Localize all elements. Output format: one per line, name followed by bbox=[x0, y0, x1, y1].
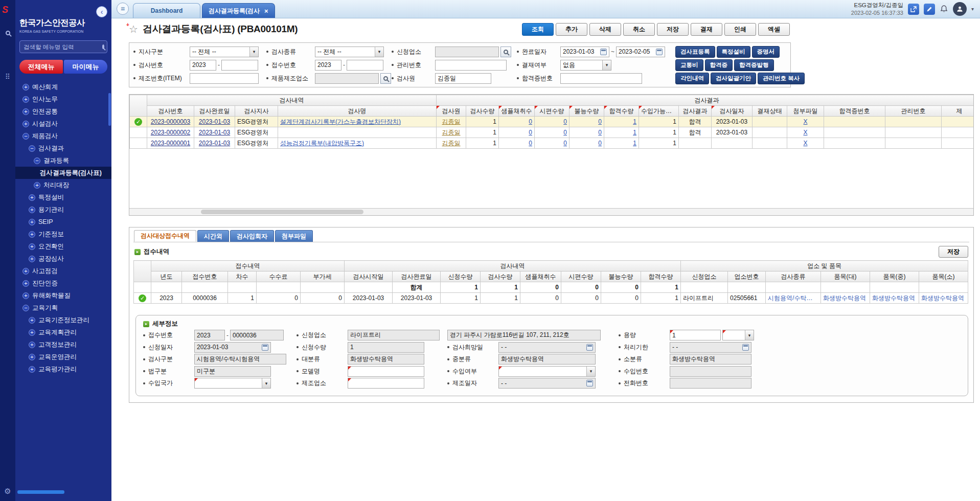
detail-cat-large-input[interactable]: 화생방수탁용역 bbox=[348, 354, 424, 365]
grid-cell[interactable]: 설계단계검사기록부(가스누출경보차단장치) bbox=[278, 117, 437, 127]
detail-insp-class-input[interactable]: 시험용역/수탁시험용역 bbox=[194, 354, 286, 365]
expand-icon[interactable]: + bbox=[29, 366, 35, 373]
sidebar-item-안전공통[interactable]: +안전공통 bbox=[15, 105, 111, 118]
calendar-icon[interactable] bbox=[742, 344, 749, 351]
receipt-no-year-input[interactable]: 2023 bbox=[315, 60, 341, 71]
column-header-검사지사[interactable]: 검사지사 bbox=[235, 106, 278, 117]
inspection-no-year-input[interactable]: 2023 bbox=[190, 60, 216, 71]
inspector-input[interactable]: 김종일 bbox=[435, 73, 491, 84]
action-button-저장[interactable]: 저장 bbox=[657, 23, 689, 36]
detail-receipt-seq-input[interactable]: 0000036 bbox=[230, 330, 284, 340]
sidebar-item-기준정보[interactable]: +기준정보 bbox=[15, 228, 111, 240]
sidebar-item-고객정보관리[interactable]: +고객정보관리 bbox=[15, 338, 111, 351]
expand-icon[interactable]: + bbox=[22, 292, 29, 299]
column-header-제[interactable]: 제 bbox=[942, 106, 974, 117]
action-button-삭제[interactable]: 삭제 bbox=[589, 23, 621, 36]
grid-cell[interactable]: 2023-01-03 bbox=[194, 117, 235, 127]
column-header-검사완료일[interactable]: 검사완료일 bbox=[393, 271, 441, 282]
detail-hope-date-input[interactable]: - - bbox=[498, 342, 596, 353]
grid-cell[interactable]: 김종일 bbox=[437, 138, 466, 149]
table-row[interactable]: ✓202300000361002023-01-032023-01-0311000… bbox=[134, 293, 968, 304]
grid-cell[interactable]: 1 bbox=[604, 127, 639, 138]
grid-cell[interactable]: 성능검정기록부(내압방폭구조) bbox=[278, 138, 437, 149]
sidebar-item-인사노무[interactable]: +인사노무 bbox=[15, 93, 111, 105]
grid-cell[interactable]: 0 bbox=[569, 138, 604, 149]
item-no-input[interactable] bbox=[190, 73, 259, 84]
tab-시간외[interactable]: 시간외 bbox=[197, 230, 229, 242]
detail-make-date-input[interactable]: - - bbox=[498, 378, 596, 389]
collapse-icon[interactable]: − bbox=[22, 305, 29, 311]
column-header-신청업소[interactable]: 신청업소 bbox=[681, 271, 728, 282]
row-checkbox[interactable] bbox=[130, 127, 147, 138]
calendar-icon[interactable] bbox=[262, 344, 268, 351]
collapse-icon[interactable]: − bbox=[22, 133, 29, 140]
grid-cell[interactable]: 김종일 bbox=[437, 127, 466, 138]
column-header-검사결과[interactable]: 검사결과 bbox=[679, 106, 712, 117]
column-header-첨부파일[interactable]: 첨부파일 bbox=[787, 106, 824, 117]
sidebar-item-요건확인[interactable]: +요건확인 bbox=[15, 240, 111, 253]
grid-cell[interactable]: 화생방수탁용역 bbox=[870, 293, 919, 304]
mgmt-no-input[interactable] bbox=[435, 60, 507, 71]
row-checkbox[interactable]: ✓ bbox=[134, 293, 151, 304]
detail-import-country-select[interactable]: ▾ bbox=[194, 378, 271, 389]
grid-cell[interactable]: 0 bbox=[535, 127, 569, 138]
expand-icon[interactable]: + bbox=[29, 194, 35, 201]
detail-phone-input[interactable] bbox=[670, 378, 751, 389]
sidebar-item-사고점검[interactable]: +사고점검 bbox=[15, 265, 111, 277]
sidebar-vscrollbar[interactable] bbox=[108, 93, 111, 126]
filter-button-특정설비[interactable]: 특정설비 bbox=[717, 46, 750, 58]
complete-date-to-input[interactable]: 2023-02-05 bbox=[616, 47, 665, 57]
column-header-검사일자[interactable]: 검사일자 bbox=[712, 106, 753, 117]
sidebar-item-유해화학물질[interactable]: +유해화학물질 bbox=[15, 289, 111, 302]
table-row[interactable]: ✓2023-00000032023-01-03ESG경영처설계단계검사기록부(가… bbox=[130, 117, 974, 127]
sidebar-item-특정설비[interactable]: +특정설비 bbox=[15, 191, 111, 203]
sidebar-item-시설검사[interactable]: +시설검사 bbox=[15, 118, 111, 130]
expand-icon[interactable]: + bbox=[29, 341, 35, 348]
sidebar-item-진단인증[interactable]: +진단인증 bbox=[15, 277, 111, 289]
tab-close-icon[interactable]: × bbox=[264, 7, 268, 15]
column-header-불능수량[interactable]: 불능수량 bbox=[569, 106, 604, 117]
row-checkbox[interactable]: ✓ bbox=[130, 117, 147, 127]
sidebar-item-교육평가관리[interactable]: +교육평가관리 bbox=[15, 363, 111, 375]
sidebar-item-교육운영관리[interactable]: +교육운영관리 bbox=[15, 351, 111, 363]
favorite-star-icon[interactable]: ☆+ bbox=[129, 24, 138, 34]
action-button-취소[interactable]: 취소 bbox=[623, 23, 655, 36]
grid-cell[interactable]: 1 bbox=[604, 117, 639, 127]
detail-apply-date-input[interactable]: 2023-01-03 bbox=[194, 342, 271, 353]
detail-cat-mid-input[interactable]: 화생방수탁용역 bbox=[498, 354, 596, 365]
detail-receipt-year-input[interactable]: 2023 bbox=[194, 330, 225, 340]
grid-cell[interactable]: 2023-0000003 bbox=[147, 117, 194, 127]
column-header-검사종류[interactable]: 검사종류 bbox=[766, 271, 821, 282]
column-header-검사명[interactable]: 검사명 bbox=[278, 106, 437, 117]
cert-no-input[interactable] bbox=[560, 73, 642, 84]
sidebar-item-처리대장[interactable]: +처리대장 bbox=[15, 179, 111, 191]
grid-cell[interactable]: 2023-0000002 bbox=[147, 127, 194, 138]
approval-select[interactable]: 없음▾ bbox=[560, 60, 611, 71]
column-header-차수[interactable]: 차수 bbox=[228, 271, 257, 282]
grid-cell[interactable]: 2023-01-03 bbox=[194, 127, 235, 138]
receipt-save-button[interactable]: 저장 bbox=[939, 246, 968, 258]
grid-cell[interactable]: X bbox=[787, 127, 824, 138]
complete-date-from-input[interactable]: 2023-01-03 bbox=[560, 47, 609, 57]
sidebar-item-교육계획관리[interactable]: +교육계획관리 bbox=[15, 326, 111, 338]
scrollbar-thumb[interactable] bbox=[201, 210, 363, 214]
grid-cell[interactable]: 시험용역/수탁시험용역 bbox=[766, 293, 821, 304]
grid-cell[interactable]: X bbox=[787, 117, 824, 127]
sidebar-item-교육기획[interactable]: −교육기획 bbox=[15, 302, 111, 314]
grid-cell[interactable]: 김종일 bbox=[437, 117, 466, 127]
action-button-인쇄[interactable]: 인쇄 bbox=[724, 23, 756, 36]
calendar-icon[interactable] bbox=[586, 344, 593, 351]
column-header-샘플채취수[interactable]: 샘플채취수 bbox=[520, 271, 561, 282]
expand-icon[interactable]: + bbox=[22, 268, 29, 275]
edit-icon[interactable] bbox=[924, 4, 935, 15]
sidebar-item-SEIP[interactable]: +SEIP bbox=[15, 216, 111, 228]
column-header-불능수량[interactable]: 불능수량 bbox=[601, 271, 641, 282]
expand-icon[interactable]: + bbox=[29, 243, 35, 250]
filter-button-합격증[interactable]: 합격증 bbox=[705, 59, 733, 71]
sidebar-hscrollbar[interactable] bbox=[17, 490, 64, 494]
grid-cell[interactable]: 0 bbox=[535, 138, 569, 149]
external-link-icon[interactable] bbox=[908, 4, 919, 15]
expand-icon[interactable]: + bbox=[22, 280, 29, 287]
column-header-신청수량[interactable]: 신청수량 bbox=[441, 271, 481, 282]
rail-apps-icon[interactable]: ⠿ bbox=[0, 73, 15, 81]
